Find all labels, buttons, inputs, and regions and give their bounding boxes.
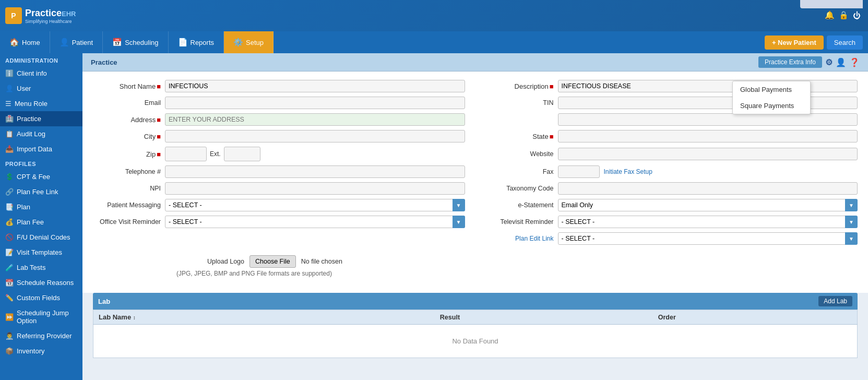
zip-input[interactable]: [165, 147, 207, 161]
user-profile-icon[interactable]: 👤: [836, 57, 846, 67]
new-patient-button[interactable]: + New Patient: [765, 35, 824, 50]
sidebar-item-client-info[interactable]: ℹ️ Client info: [0, 66, 82, 81]
state-input[interactable]: [558, 130, 858, 142]
cpt-fee-icon: 💲: [5, 173, 14, 181]
referring-provider-icon: 👨‍⚕️: [5, 332, 14, 340]
sidebar-item-schedule-reasons[interactable]: 📆 Schedule Reasons: [0, 275, 82, 290]
description-input[interactable]: [558, 80, 858, 92]
website-input[interactable]: [558, 148, 858, 160]
practice-extra-info-button[interactable]: Practice Extra Info: [758, 56, 822, 68]
initiate-fax-link[interactable]: Initiate Fax Setup: [604, 168, 652, 175]
telephone-input[interactable]: [165, 165, 465, 178]
sidebar-item-scheduling-jump[interactable]: ⏩ Scheduling Jump Option: [0, 305, 82, 328]
sidebar-item-cpt-fee[interactable]: 💲 CPT & Fee: [0, 169, 82, 184]
sidebar-item-inventory[interactable]: 📦 Inventory: [0, 343, 82, 359]
practice-header: Practice Practice Extra Info ⚙ 👤 ❓: [82, 53, 868, 72]
settings-icon[interactable]: ⚙: [825, 57, 833, 67]
form-row-9: Office Visit Reminder - SELECT - ▼ Telev…: [93, 216, 858, 232]
sidebar-item-plan-fee[interactable]: 💰 Plan Fee: [0, 215, 82, 230]
logo-icon: P: [5, 7, 22, 24]
client-info-icon: ℹ️: [5, 69, 14, 77]
sidebar-item-audit-log[interactable]: 📋 Audit Log: [0, 126, 82, 141]
sidebar-import-data-label: Import Data: [17, 145, 52, 153]
address-right-row: [486, 113, 858, 126]
lab-header-row: Lab Name ↕ Result Order: [93, 310, 858, 325]
plan-edit-link[interactable]: Plan Edit Link: [515, 235, 553, 242]
taxonomy-label: Taxonomy Code: [486, 185, 554, 192]
payments-dropdown: Global Payments Square Payments: [732, 81, 811, 114]
global-payments-item[interactable]: Global Payments: [733, 81, 810, 98]
content-area: Practice Practice Extra Info ⚙ 👤 ❓ Globa…: [82, 53, 868, 380]
lab-col-order: Order: [653, 310, 858, 325]
lock-icon[interactable]: 🔒: [839, 10, 849, 20]
schedule-reasons-icon: 📆: [5, 279, 14, 287]
choose-file-button[interactable]: Choose File: [249, 255, 296, 268]
sidebar-client-info-label: Client info: [17, 69, 47, 77]
patient-messaging-wrap: - SELECT - ▼: [165, 199, 465, 211]
email-input[interactable]: [165, 97, 465, 109]
import-data-icon: 📥: [5, 145, 14, 153]
power-icon[interactable]: ⏻: [853, 11, 861, 20]
fax-input[interactable]: [558, 165, 600, 178]
patient-messaging-select[interactable]: - SELECT -: [165, 199, 465, 211]
office-visit-select[interactable]: - SELECT -: [165, 216, 465, 228]
npi-input[interactable]: [165, 182, 465, 195]
nav-home[interactable]: 🏠 Home: [0, 31, 50, 53]
top-info: [800, 0, 863, 8]
sidebar-item-user[interactable]: 👤 User: [0, 81, 82, 96]
sidebar: ADMINISTRATION ℹ️ Client info 👤 User ☰ M…: [0, 53, 82, 380]
sidebar-item-referring-provider[interactable]: 👨‍⚕️ Referring Provider: [0, 328, 82, 343]
nav-setup[interactable]: ⚙️ Setup: [224, 31, 274, 53]
address-line2-input[interactable]: [558, 113, 858, 126]
logo-area: P PracticeEHR Simplifying Healthcare: [5, 7, 76, 24]
televisit-row: Televisit Reminder - SELECT - ▼: [486, 216, 858, 228]
bell-icon[interactable]: 🔔: [825, 10, 835, 20]
top-bar: P PracticeEHR Simplifying Healthcare 🔔 🔒…: [0, 0, 868, 31]
sidebar-menu-role-label: Menu Role: [15, 100, 47, 108]
upload-section: Upload Logo Choose File No file chosen: [93, 255, 858, 268]
plan-edit-select[interactable]: - SELECT -: [558, 232, 858, 245]
nav-reports[interactable]: 📄 Reports: [169, 31, 224, 53]
nav-reports-label: Reports: [191, 39, 215, 46]
sidebar-item-menu-role[interactable]: ☰ Menu Role: [0, 96, 82, 111]
practice-title: Practice: [91, 58, 117, 66]
no-file-label: No file chosen: [301, 258, 342, 265]
nav-scheduling[interactable]: 📅 Scheduling: [103, 31, 168, 53]
form-row-6: Telephone # Fax Initiate Fax Setup: [93, 165, 858, 182]
city-input[interactable]: [165, 130, 465, 142]
sidebar-item-plan[interactable]: 📑 Plan: [0, 199, 82, 215]
ext-input[interactable]: [224, 147, 260, 161]
e-statement-select[interactable]: Email Only Print Only Both: [558, 199, 858, 211]
square-payments-item[interactable]: Square Payments: [733, 98, 810, 114]
sidebar-item-import-data[interactable]: 📥 Import Data: [0, 141, 82, 157]
sidebar-visit-templates-label: Visit Templates: [17, 248, 62, 256]
search-button[interactable]: Search: [827, 35, 863, 50]
taxonomy-input[interactable]: [558, 182, 858, 195]
add-lab-button[interactable]: Add Lab: [818, 296, 852, 306]
tin-input[interactable]: [558, 97, 858, 109]
form-row-4: City■ State■: [93, 130, 858, 147]
nav-patient[interactable]: 👤 Patient: [50, 31, 103, 53]
lab-tests-icon: 🧪: [5, 264, 14, 271]
sidebar-scheduling-jump-label: Scheduling Jump Option: [17, 309, 77, 325]
website-label: Website: [486, 150, 554, 158]
sidebar-item-practice[interactable]: 🏥 Practice: [0, 111, 82, 126]
lab-header: Lab Add Lab: [93, 293, 858, 310]
plan-edit-wrap: - SELECT - ▼: [558, 232, 858, 245]
telephone-label: Telephone #: [93, 168, 161, 175]
sidebar-item-plan-fee-link[interactable]: 🔗 Plan Fee Link: [0, 184, 82, 199]
sidebar-fu-denial-label: F/U Denial Codes: [17, 233, 70, 241]
help-icon[interactable]: ❓: [849, 57, 860, 67]
sidebar-item-visit-templates[interactable]: 📝 Visit Templates: [0, 245, 82, 260]
plan-fee-link-icon: 🔗: [5, 188, 14, 196]
sidebar-item-custom-fields[interactable]: ✏️ Custom Fields: [0, 290, 82, 305]
sidebar-item-fu-denial[interactable]: 🚫 F/U Denial Codes: [0, 230, 82, 245]
televisit-select[interactable]: - SELECT -: [558, 216, 858, 228]
top-icons: 🔔 🔒 ⏻: [823, 8, 863, 22]
sidebar-user-label: User: [17, 85, 31, 92]
e-statement-wrap: Email Only Print Only Both ▼: [558, 199, 858, 211]
sidebar-item-lab-tests[interactable]: 🧪 Lab Tests: [0, 260, 82, 275]
short-name-input[interactable]: [165, 80, 465, 92]
menu-role-icon: ☰: [5, 100, 11, 108]
address-input[interactable]: [165, 113, 465, 126]
